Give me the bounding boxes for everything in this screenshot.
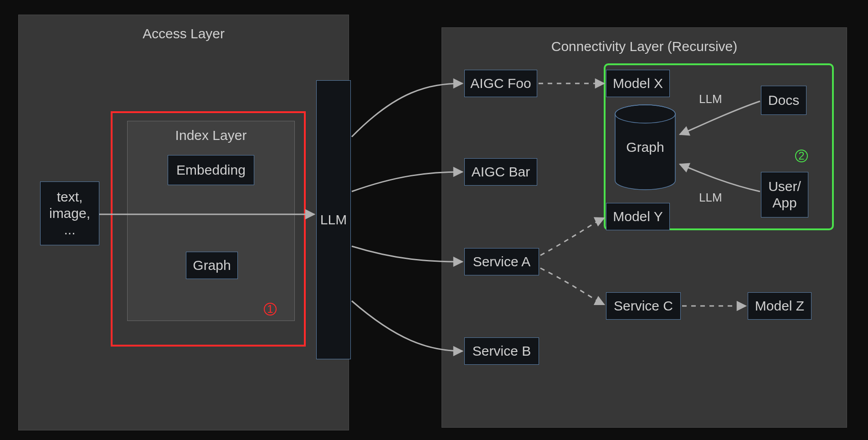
model-x-node: Model X: [606, 70, 670, 97]
graph-db-label: Graph: [626, 140, 664, 155]
aigc-bar-node: AIGC Bar: [464, 158, 537, 186]
input-node: text, image, ...: [40, 181, 99, 245]
service-c-node: Service C: [606, 292, 681, 320]
highlight-badge-2: 2: [795, 150, 808, 162]
highlight-badge-1: 1: [264, 303, 277, 316]
llm-node: LLM: [316, 80, 351, 359]
diagram-canvas: Access Layer Connectivity Layer (Recursi…: [0, 0, 868, 440]
graph-db: Graph: [613, 104, 677, 191]
embedding-node: Embedding: [168, 155, 254, 185]
access-layer-title: Access Layer: [19, 26, 349, 41]
user-app-node: User/ App: [761, 172, 808, 217]
highlight-red-box: [111, 111, 306, 347]
service-b-node: Service B: [464, 337, 539, 365]
service-a-node: Service A: [464, 248, 539, 275]
docs-node: Docs: [761, 86, 806, 115]
edge-label-llm-user: LLM: [696, 191, 725, 205]
connectivity-layer-title: Connectivity Layer (Recursive): [442, 39, 847, 54]
aigc-foo-node: AIGC Foo: [464, 70, 537, 97]
model-y-node: Model Y: [606, 203, 670, 230]
index-graph-node: Graph: [186, 252, 238, 279]
model-z-node: Model Z: [748, 292, 812, 320]
edge-label-llm-docs: LLM: [696, 92, 725, 106]
